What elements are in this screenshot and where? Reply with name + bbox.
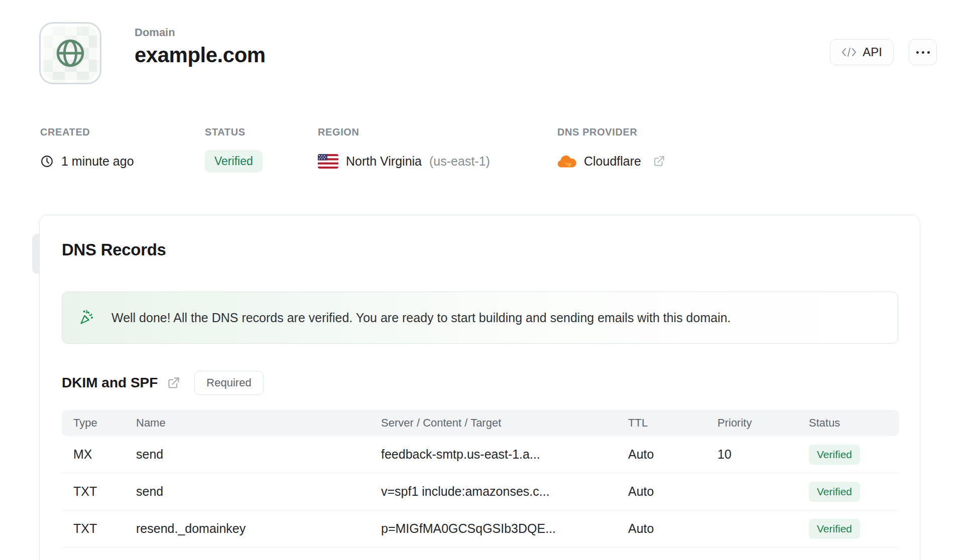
globe-icon	[54, 37, 87, 70]
status-badge: Verified	[809, 519, 860, 539]
cell-ttl: Auto	[628, 484, 717, 499]
code-icon	[841, 47, 857, 58]
dns-provider-value: Cloudflare	[584, 154, 641, 169]
status-badge: Verified	[809, 445, 860, 465]
clock-icon	[40, 155, 54, 168]
api-button[interactable]: API	[830, 39, 894, 65]
created-label: CREATED	[40, 126, 205, 138]
page-title: example.com	[135, 43, 266, 67]
ellipsis-icon	[916, 51, 930, 54]
cell-type: MX	[73, 447, 136, 462]
cell-content: feedback-smtp.us-east-1.a...	[381, 447, 628, 462]
page-header: Domain example.com API	[39, 22, 937, 84]
cell-ttl: Auto	[628, 521, 717, 536]
domain-meta: CREATED 1 minute ago STATUS Verified REG…	[40, 126, 976, 173]
domain-kicker: Domain	[135, 26, 266, 39]
cell-name: send	[136, 484, 381, 499]
success-banner: Well done! All the DNS records are verif…	[62, 292, 898, 344]
required-badge: Required	[194, 371, 263, 395]
col-header-type: Type	[73, 416, 136, 430]
success-banner-text: Well done! All the DNS records are verif…	[111, 311, 731, 325]
cell-type: TXT	[73, 521, 136, 536]
table-row[interactable]: MX send feedback-smtp.us-east-1.a... Aut…	[62, 436, 899, 473]
domain-avatar	[39, 22, 101, 84]
cell-ttl: Auto	[628, 447, 717, 462]
external-link-icon[interactable]	[653, 155, 665, 168]
table-row[interactable]: TXT resend._domainkey p=MIGfMA0GCSqGSIb3…	[62, 510, 899, 547]
dns-provider-label: DNS PROVIDER	[557, 126, 665, 138]
cell-content: p=MIGfMA0GCSqGSIb3DQE...	[381, 521, 628, 536]
table-header-row: Type Name Server / Content / Target TTL …	[62, 410, 899, 436]
cell-priority: 10	[717, 447, 809, 462]
dns-records-card: DNS Records Well done! All the DNS recor…	[39, 215, 920, 560]
region-value: North Virginia	[346, 154, 422, 169]
dns-records-title: DNS Records	[62, 240, 898, 259]
col-header-name: Name	[136, 416, 381, 430]
region-label: REGION	[318, 126, 557, 138]
created-value: 1 minute ago	[61, 154, 134, 169]
cell-content: v=spf1 include:amazonses.c...	[381, 484, 628, 499]
col-header-ttl: TTL	[628, 416, 717, 430]
external-link-icon[interactable]	[167, 376, 180, 390]
status-label: STATUS	[205, 126, 318, 138]
cell-name: send	[136, 447, 381, 462]
region-code: (us-east-1)	[429, 154, 490, 169]
party-popper-icon	[77, 308, 96, 327]
more-options-button[interactable]	[909, 39, 937, 65]
col-header-content: Server / Content / Target	[381, 416, 628, 430]
status-badge: Verified	[809, 482, 860, 502]
dkim-spf-title: DKIM and SPF	[62, 375, 158, 391]
api-button-label: API	[863, 45, 882, 59]
status-badge: Verified	[205, 150, 263, 173]
cloudflare-cloud-icon	[557, 155, 576, 168]
col-header-priority: Priority	[717, 416, 809, 430]
table-row[interactable]: TXT send v=spf1 include:amazonses.c... A…	[62, 473, 899, 510]
cell-type: TXT	[73, 484, 136, 499]
cell-name: resend._domainkey	[136, 521, 381, 536]
us-flag-icon	[318, 154, 338, 169]
col-header-status: Status	[809, 416, 899, 430]
dns-records-table: Type Name Server / Content / Target TTL …	[62, 410, 899, 547]
